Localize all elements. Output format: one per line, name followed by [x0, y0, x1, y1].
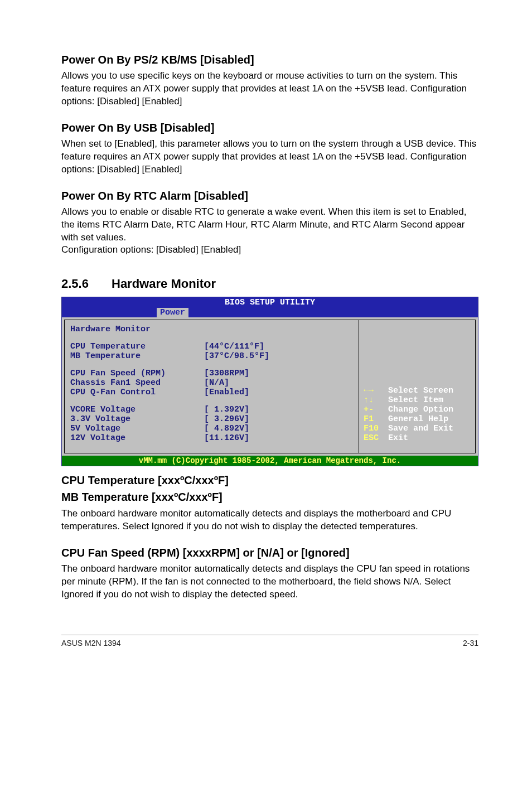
- hint-text: Save and Exit: [388, 424, 453, 433]
- bios-value: [N/A]: [204, 378, 229, 388]
- section-number: 2.5.6: [61, 277, 112, 291]
- hint-key: ←→: [364, 386, 388, 395]
- bios-label: Chassis Fan1 Speed: [70, 378, 204, 388]
- para-cpu-fan-speed: The onboard hardware monitor automatical…: [61, 563, 478, 601]
- heading-mb-temp: MB Temperature [xxxºC/xxxºF]: [61, 490, 478, 504]
- bios-label: MB Temperature: [70, 351, 204, 361]
- bios-hint: ↑↓Select Item: [364, 395, 471, 405]
- hint-text: General Help: [388, 414, 448, 424]
- para-temp: The onboard hardware monitor automatical…: [61, 508, 478, 533]
- heading-cpu-temp: CPU Temperature [xxxºC/xxxºF]: [61, 473, 478, 487]
- bios-hint: ←→Select Screen: [364, 386, 471, 395]
- bios-label: CPU Q-Fan Control: [70, 388, 204, 397]
- heading-power-usb: Power On By USB [Disabled]: [61, 122, 478, 134]
- bios-screenshot: BIOS SETUP UTILITY Power Hardware Monito…: [61, 297, 478, 466]
- bios-copyright: vMM.mm (C)Copyright 1985-2002, American …: [62, 456, 478, 466]
- footer-left: ASUS M2N 1394: [61, 639, 121, 648]
- bios-row: MB Temperature [37°C/98.5°F]: [70, 351, 353, 361]
- hint-key: ↑↓: [364, 395, 388, 405]
- bios-value: [ 1.392V]: [204, 405, 249, 414]
- section-heading-hw-monitor: 2.5.6Hardware Monitor: [61, 277, 478, 291]
- bios-label: 3.3V Voltage: [70, 414, 204, 424]
- bios-label: CPU Fan Speed (RPM): [70, 369, 204, 378]
- bios-row: CPU Fan Speed (RPM) [3308RPM]: [70, 369, 353, 378]
- bios-hint: ESCExit: [364, 433, 471, 443]
- bios-label: 5V Voltage: [70, 424, 204, 433]
- hint-text: Change Option: [388, 405, 453, 414]
- bios-row: CPU Temperature [44°C/111°F]: [70, 342, 353, 351]
- bios-value: [ 4.892V]: [204, 424, 249, 433]
- bios-left-panel: Hardware Monitor CPU Temperature [44°C/1…: [64, 320, 359, 453]
- bios-tab-power: Power: [157, 308, 188, 317]
- bios-value: [37°C/98.5°F]: [204, 351, 269, 361]
- bios-value: [44°C/111°F]: [204, 342, 264, 351]
- bios-value: [11.126V]: [204, 433, 249, 443]
- para-power-ps2: Allows you to use specific keys on the k…: [61, 70, 478, 108]
- hint-key: +-: [364, 405, 388, 414]
- hint-text: Select Screen: [388, 386, 453, 395]
- hint-key: F1: [364, 414, 388, 424]
- section-title: Hardware Monitor: [112, 277, 216, 291]
- bios-row: CPU Q-Fan Control [Enabled]: [70, 388, 353, 397]
- hint-text: Exit: [388, 433, 408, 443]
- hint-key: ESC: [364, 433, 388, 443]
- bios-hint: F10Save and Exit: [364, 424, 471, 433]
- page-footer: ASUS M2N 1394 2-31: [61, 635, 478, 648]
- bios-hint: F1General Help: [364, 414, 471, 424]
- bios-row: Chassis Fan1 Speed [N/A]: [70, 378, 353, 388]
- bios-hint: +-Change Option: [364, 405, 471, 414]
- para-power-usb: When set to [Enabled], this parameter al…: [61, 138, 478, 176]
- heading-power-ps2: Power On By PS/2 KB/MS [Disabled]: [61, 54, 478, 66]
- bios-label: VCORE Voltage: [70, 405, 204, 414]
- hint-key: F10: [364, 424, 388, 433]
- bios-label: 12V Voltage: [70, 433, 204, 443]
- bios-title: BIOS SETUP UTILITY: [62, 297, 478, 308]
- bios-tabrow: Power: [62, 308, 478, 317]
- bios-subheader: Hardware Monitor: [70, 325, 353, 334]
- bios-row: 12V Voltage [11.126V]: [70, 433, 353, 443]
- hint-text: Select Item: [388, 395, 443, 405]
- bios-label: CPU Temperature: [70, 342, 204, 351]
- bios-row: VCORE Voltage [ 1.392V]: [70, 405, 353, 414]
- heading-cpu-fan-speed: CPU Fan Speed (RPM) [xxxxRPM] or [N/A] o…: [61, 547, 478, 559]
- bios-value: [3308RPM]: [204, 369, 249, 378]
- bios-value: [ 3.296V]: [204, 414, 249, 424]
- para-power-rtc: Allows you to enable or disable RTC to g…: [61, 206, 478, 257]
- heading-power-rtc: Power On By RTC Alarm [Disabled]: [61, 190, 478, 202]
- footer-right: 2-31: [463, 639, 478, 648]
- bios-row: 3.3V Voltage [ 3.296V]: [70, 414, 353, 424]
- bios-right-panel: ←→Select Screen ↑↓Select Item +-Change O…: [359, 320, 476, 453]
- bios-row: 5V Voltage [ 4.892V]: [70, 424, 353, 433]
- bios-value: [Enabled]: [204, 388, 249, 397]
